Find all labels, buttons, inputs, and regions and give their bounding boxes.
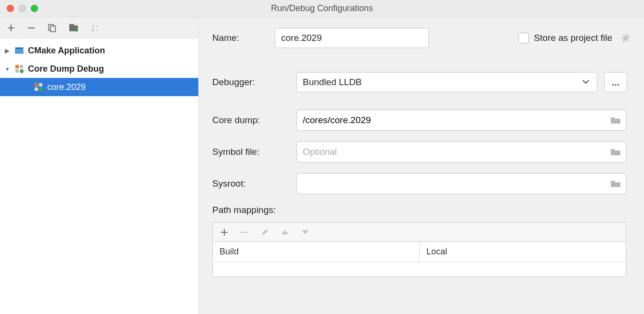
minimize-window-button[interactable] bbox=[19, 5, 26, 12]
window-title: Run/Debug Configurations bbox=[271, 3, 373, 13]
tree-item-cmake-application[interactable]: ▶ CMake Application bbox=[0, 41, 198, 60]
debugger-value: Bundled LLDB bbox=[303, 77, 362, 88]
svg-rect-6 bbox=[15, 65, 19, 68]
debugger-browse-button[interactable]: ... bbox=[604, 72, 627, 92]
sort-alphabetically-icon[interactable]: az bbox=[90, 23, 100, 33]
path-mappings-label: Path mappings: bbox=[212, 205, 631, 215]
expand-arrow-icon[interactable]: ▶ bbox=[4, 47, 11, 54]
remove-configuration-icon[interactable] bbox=[27, 24, 36, 32]
edit-mapping-icon[interactable] bbox=[261, 228, 269, 236]
configurations-sidebar: az ▶ CMake Application ▾ Core Dump Debug bbox=[0, 17, 199, 314]
tree-label: CMake Application bbox=[28, 46, 105, 56]
sysroot-field[interactable] bbox=[296, 173, 626, 194]
symbol-file-label: Symbol file: bbox=[212, 147, 296, 157]
folder-icon[interactable] bbox=[610, 148, 626, 156]
collapse-arrow-icon[interactable]: ▾ bbox=[4, 65, 11, 73]
svg-point-9 bbox=[20, 69, 24, 73]
tree-label: core.2029 bbox=[47, 82, 86, 92]
svg-rect-1 bbox=[51, 26, 55, 32]
symbol-file-input[interactable] bbox=[303, 147, 610, 157]
svg-rect-10 bbox=[35, 83, 38, 87]
svg-text:z: z bbox=[96, 28, 98, 32]
tree-item-core-2029[interactable]: core.2029 bbox=[0, 78, 198, 96]
debugger-label: Debugger: bbox=[212, 77, 296, 88]
remove-mapping-icon[interactable] bbox=[241, 228, 248, 236]
folder-icon[interactable] bbox=[610, 179, 626, 188]
dropdown-arrow-icon bbox=[582, 80, 589, 85]
svg-text:a: a bbox=[96, 24, 98, 28]
core-dump-field[interactable] bbox=[296, 110, 626, 131]
core-dump-label: Core dump: bbox=[212, 115, 296, 126]
store-as-project-file-label: Store as project file bbox=[534, 33, 612, 43]
path-mappings-header: Build Local bbox=[213, 242, 626, 262]
core-dump-item-icon bbox=[34, 82, 43, 92]
svg-rect-7 bbox=[20, 65, 23, 68]
sysroot-input[interactable] bbox=[303, 178, 610, 189]
path-mappings-table: Build Local bbox=[212, 241, 626, 277]
add-mapping-icon[interactable] bbox=[220, 228, 228, 236]
add-configuration-icon[interactable] bbox=[7, 24, 15, 32]
svg-rect-12 bbox=[35, 88, 38, 91]
name-input[interactable] bbox=[275, 28, 429, 48]
path-mappings-body bbox=[213, 262, 626, 276]
zoom-window-button[interactable] bbox=[31, 5, 38, 12]
column-build[interactable]: Build bbox=[213, 242, 420, 262]
tree-label: Core Dump Debug bbox=[28, 64, 104, 74]
column-local[interactable]: Local bbox=[420, 242, 454, 262]
core-dump-input[interactable] bbox=[303, 115, 610, 126]
cmake-app-icon bbox=[14, 46, 24, 55]
name-label: Name: bbox=[212, 33, 275, 43]
path-mappings-toolbar bbox=[212, 222, 626, 241]
titlebar: Run/Debug Configurations bbox=[0, 0, 644, 17]
svg-point-13 bbox=[39, 88, 43, 91]
close-window-button[interactable] bbox=[7, 5, 14, 12]
configuration-form: Name: Store as project file Debugger: Bu… bbox=[199, 17, 644, 314]
svg-rect-8 bbox=[15, 69, 19, 73]
save-template-icon[interactable] bbox=[68, 23, 79, 33]
sidebar-toolbar: az bbox=[0, 17, 198, 38]
core-dump-group-icon bbox=[14, 64, 24, 74]
svg-rect-5 bbox=[15, 48, 23, 49]
gear-icon[interactable] bbox=[621, 33, 631, 43]
move-up-icon[interactable] bbox=[281, 229, 289, 235]
store-as-project-file-row: Store as project file bbox=[518, 33, 631, 43]
debugger-select[interactable]: Bundled LLDB bbox=[296, 72, 597, 92]
copy-configuration-icon[interactable] bbox=[47, 23, 57, 33]
store-as-project-file-checkbox[interactable] bbox=[518, 33, 529, 43]
svg-point-14 bbox=[624, 37, 627, 39]
move-down-icon[interactable] bbox=[301, 229, 309, 235]
window-controls bbox=[7, 5, 38, 12]
symbol-file-field[interactable] bbox=[296, 141, 626, 163]
folder-icon[interactable] bbox=[610, 116, 626, 125]
configurations-tree: ▶ CMake Application ▾ Core Dump Debug co… bbox=[0, 38, 198, 96]
tree-item-core-dump-debug[interactable]: ▾ Core Dump Debug bbox=[0, 60, 198, 78]
svg-rect-11 bbox=[39, 83, 42, 87]
sysroot-label: Sysroot: bbox=[212, 178, 296, 189]
